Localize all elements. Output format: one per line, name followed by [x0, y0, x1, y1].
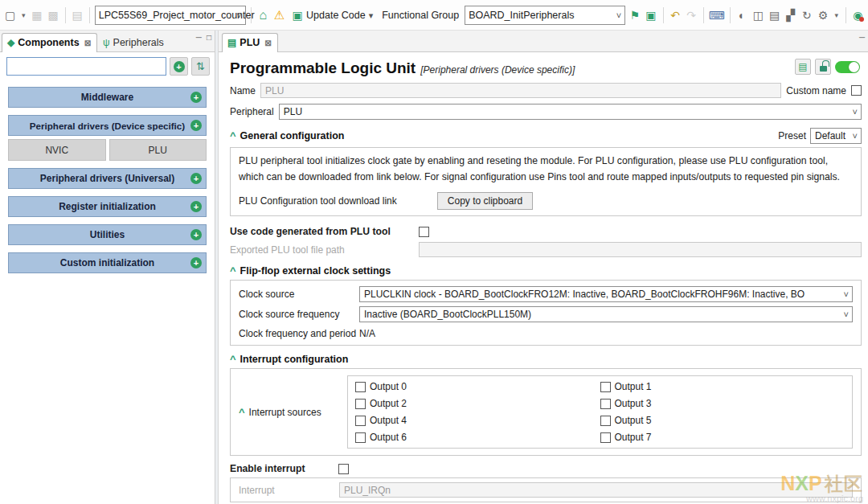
- enable-interrupt-checkbox[interactable]: [338, 464, 349, 474]
- clock-source-frequency-label: Clock source frequency: [239, 309, 359, 320]
- components-icon: ◆: [7, 37, 14, 48]
- component-enabled-toggle[interactable]: [835, 61, 860, 73]
- tab-plu-label: PLU: [240, 37, 260, 48]
- clock-frequency-period-label: Clock frequency and period: [239, 328, 359, 339]
- collapse-icon[interactable]: ^: [230, 267, 236, 275]
- pins-tool-icon[interactable]: ◐: [735, 6, 749, 24]
- minimize-icon[interactable]: ─: [196, 33, 202, 42]
- close-icon[interactable]: ⊠: [264, 39, 271, 47]
- add-icon[interactable]: +: [190, 201, 202, 212]
- device-driver-instances: NVIC PLU: [8, 139, 207, 161]
- collapse-icon[interactable]: ^: [230, 132, 236, 140]
- add-icon[interactable]: +: [190, 229, 202, 240]
- console-icon[interactable]: ⌨: [709, 6, 725, 24]
- functional-group-label: Functional Group: [382, 10, 459, 21]
- output-3-checkbox[interactable]: [600, 399, 611, 409]
- plus-icon: +: [174, 61, 185, 72]
- update-code-icon: ▣: [292, 6, 303, 24]
- sidebar-item-register-initialization[interactable]: Register initialization +: [8, 196, 207, 217]
- search-input[interactable]: [6, 57, 166, 76]
- copy-to-clipboard-button[interactable]: Copy to clipboard: [437, 192, 533, 210]
- add-icon[interactable]: +: [190, 257, 202, 268]
- functional-group-combo[interactable]: BOARD_InitPeripherals ˅: [465, 6, 625, 25]
- output-2-row: Output 2: [355, 398, 600, 409]
- save-all-icon[interactable]: ▩: [47, 6, 60, 24]
- custom-name-label: Custom name: [786, 85, 846, 96]
- peripherals-tool-icon[interactable]: ▤: [768, 6, 781, 24]
- sidebar-item-custom-initialization[interactable]: Custom initialization +: [8, 252, 207, 273]
- update-code-label: Update Code: [306, 10, 366, 21]
- dcd-tool-icon[interactable]: ▞: [784, 6, 797, 24]
- minimize-icon[interactable]: ─: [859, 33, 865, 42]
- add-icon[interactable]: +: [190, 120, 202, 131]
- chevron-down-icon: ˅: [853, 108, 858, 116]
- add-component-button[interactable]: +: [170, 57, 188, 76]
- tab-components[interactable]: ◆ Components ⊠: [2, 33, 97, 52]
- sidebar-item-peripheral-drivers-universal[interactable]: Peripheral drivers (Universal) +: [8, 168, 207, 189]
- clock-source-select[interactable]: PLUCLKIN clock - BOARD_BootClockFRO12M: …: [359, 286, 853, 302]
- peripheral-select[interactable]: PLU ˅: [279, 104, 862, 120]
- sidebar-item-middleware[interactable]: Middleware +: [8, 87, 207, 108]
- output-6-checkbox[interactable]: [355, 432, 366, 443]
- collapse-icon[interactable]: ^: [230, 355, 236, 363]
- preset-select[interactable]: Default ˅: [810, 128, 862, 144]
- problems-status-icon[interactable]: ◉: [851, 6, 865, 24]
- new-dropdown-icon[interactable]: ▾: [19, 6, 27, 24]
- project-combo[interactable]: LPC55S69_Project_motor_counter ˅: [95, 6, 246, 25]
- sort-button[interactable]: ⇅: [191, 57, 210, 76]
- tee-tool-icon[interactable]: ↻: [800, 6, 813, 24]
- output-7-label: Output 7: [615, 432, 652, 443]
- redo-icon[interactable]: ↷: [685, 6, 698, 24]
- comment-icon[interactable]: ▣: [644, 6, 657, 24]
- lock-button[interactable]: [815, 59, 831, 75]
- sidebar-item-utilities[interactable]: Utilities +: [8, 224, 207, 245]
- new-configuration-icon[interactable]: ▢: [3, 6, 17, 24]
- save-icon[interactable]: ▦: [30, 6, 43, 24]
- clock-source-frequency-select[interactable]: Inactive (BOARD_BootClockPLL150M) ˅: [359, 306, 853, 322]
- custom-name-checkbox[interactable]: [851, 85, 862, 96]
- tab-peripherals[interactable]: ψ Peripherals: [97, 33, 170, 51]
- project-combo-value: LPC55S69_Project_motor_counter: [99, 10, 268, 21]
- panel-window-buttons: ─ □: [196, 33, 211, 42]
- flipflop-box: Clock source PLUCLKIN clock - BOARD_Boot…: [230, 280, 862, 346]
- update-code-button[interactable]: ▣ Update Code ▾: [289, 5, 376, 26]
- interrupt-sources-grid: Output 0 Output 1 Output 2 Output 3 Outp…: [347, 375, 853, 449]
- output-2-checkbox[interactable]: [355, 399, 366, 409]
- add-icon[interactable]: +: [190, 173, 202, 184]
- collapse-icon[interactable]: ^: [239, 408, 245, 416]
- maximize-icon[interactable]: □: [207, 33, 211, 42]
- sidebar-item-plu[interactable]: PLU: [109, 139, 207, 161]
- toolbar-separator: [703, 7, 704, 23]
- tools-dropdown-icon[interactable]: ▾: [833, 6, 841, 24]
- chevron-down-icon: ˅: [236, 11, 241, 19]
- output-4-checkbox[interactable]: [355, 416, 366, 426]
- page-title-category: [Peripheral drivers (Device specific)]: [420, 64, 575, 76]
- warning-icon[interactable]: ⚠: [272, 6, 286, 24]
- close-icon[interactable]: ⊠: [84, 39, 91, 47]
- flag-icon[interactable]: ⚑: [628, 6, 641, 24]
- export-doc-button[interactable]: ▤: [795, 59, 811, 75]
- group-label: Custom initialization: [60, 257, 154, 268]
- undo-icon[interactable]: ↶: [669, 6, 682, 24]
- device-config-icon[interactable]: ⚙: [816, 6, 829, 24]
- group-label: Utilities: [90, 229, 125, 240]
- sidebar-item-peripheral-drivers-device[interactable]: Peripheral drivers (Device specific) +: [8, 115, 207, 136]
- tab-plu[interactable]: ▤ PLU ⊠: [222, 33, 278, 52]
- output-0-checkbox[interactable]: [355, 382, 366, 392]
- output-5-checkbox[interactable]: [600, 416, 611, 426]
- sidebar-item-nvic[interactable]: NVIC: [8, 139, 106, 161]
- registers-icon[interactable]: ▤: [71, 6, 84, 24]
- clocks-tool-icon[interactable]: ◫: [751, 6, 765, 24]
- output-7-row: Output 7: [600, 432, 845, 443]
- group-label: Middleware: [81, 92, 133, 103]
- output-0-label: Output 0: [370, 381, 407, 392]
- clock-source-value: PLUCLKIN clock - BOARD_BootClockFRO12M: …: [364, 289, 805, 300]
- plu-tab-icon: ▤: [227, 37, 236, 48]
- plu-editor-content: Programmable Logic Unit [Peripheral driv…: [219, 52, 868, 504]
- output-7-checkbox[interactable]: [600, 432, 611, 443]
- use-code-checkbox[interactable]: [419, 227, 429, 237]
- use-code-label: Use code generated from PLU tool: [230, 226, 419, 237]
- toolbar-separator: [730, 7, 731, 23]
- add-icon[interactable]: +: [190, 92, 202, 103]
- output-1-checkbox[interactable]: [600, 382, 611, 392]
